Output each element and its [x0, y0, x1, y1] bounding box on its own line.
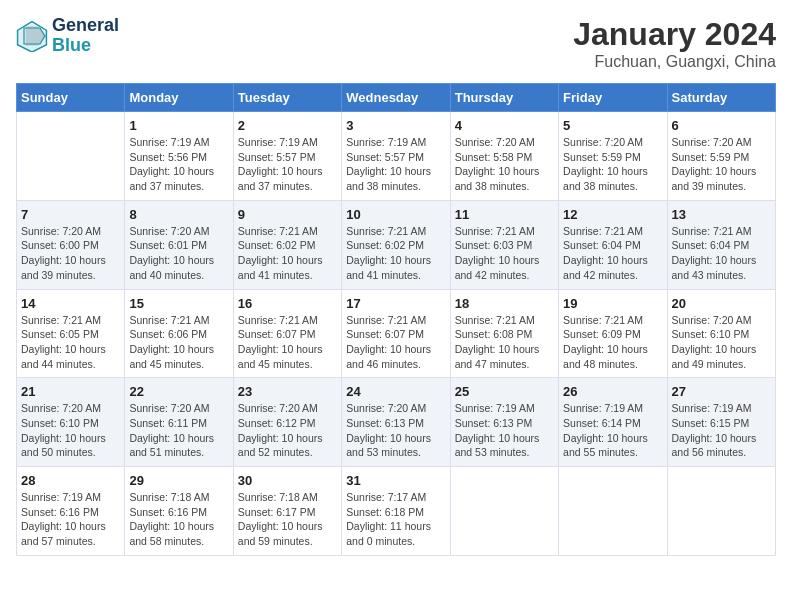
day-number: 14 — [21, 296, 120, 311]
day-info: Sunrise: 7:21 AMSunset: 6:04 PMDaylight:… — [563, 224, 662, 283]
day-number: 7 — [21, 207, 120, 222]
header-thursday: Thursday — [450, 84, 558, 112]
day-info: Sunrise: 7:21 AMSunset: 6:07 PMDaylight:… — [238, 313, 337, 372]
day-info: Sunrise: 7:20 AMSunset: 6:10 PMDaylight:… — [21, 401, 120, 460]
day-number: 22 — [129, 384, 228, 399]
calendar-cell: 21Sunrise: 7:20 AMSunset: 6:10 PMDayligh… — [17, 378, 125, 467]
day-number: 25 — [455, 384, 554, 399]
day-info: Sunrise: 7:21 AMSunset: 6:04 PMDaylight:… — [672, 224, 771, 283]
day-number: 16 — [238, 296, 337, 311]
day-info: Sunrise: 7:20 AMSunset: 6:11 PMDaylight:… — [129, 401, 228, 460]
day-info: Sunrise: 7:20 AMSunset: 5:59 PMDaylight:… — [672, 135, 771, 194]
calendar-cell: 6Sunrise: 7:20 AMSunset: 5:59 PMDaylight… — [667, 112, 775, 201]
calendar-cell — [667, 467, 775, 556]
header-friday: Friday — [559, 84, 667, 112]
day-info: Sunrise: 7:21 AMSunset: 6:09 PMDaylight:… — [563, 313, 662, 372]
calendar-cell: 12Sunrise: 7:21 AMSunset: 6:04 PMDayligh… — [559, 200, 667, 289]
day-info: Sunrise: 7:20 AMSunset: 6:10 PMDaylight:… — [672, 313, 771, 372]
day-info: Sunrise: 7:20 AMSunset: 6:12 PMDaylight:… — [238, 401, 337, 460]
calendar-cell: 2Sunrise: 7:19 AMSunset: 5:57 PMDaylight… — [233, 112, 341, 201]
day-info: Sunrise: 7:19 AMSunset: 6:15 PMDaylight:… — [672, 401, 771, 460]
calendar-cell: 11Sunrise: 7:21 AMSunset: 6:03 PMDayligh… — [450, 200, 558, 289]
calendar-cell: 5Sunrise: 7:20 AMSunset: 5:59 PMDaylight… — [559, 112, 667, 201]
day-number: 6 — [672, 118, 771, 133]
calendar-cell: 27Sunrise: 7:19 AMSunset: 6:15 PMDayligh… — [667, 378, 775, 467]
calendar-cell: 14Sunrise: 7:21 AMSunset: 6:05 PMDayligh… — [17, 289, 125, 378]
calendar-cell: 28Sunrise: 7:19 AMSunset: 6:16 PMDayligh… — [17, 467, 125, 556]
week-row-4: 21Sunrise: 7:20 AMSunset: 6:10 PMDayligh… — [17, 378, 776, 467]
calendar-cell — [450, 467, 558, 556]
day-info: Sunrise: 7:18 AMSunset: 6:16 PMDaylight:… — [129, 490, 228, 549]
day-number: 23 — [238, 384, 337, 399]
day-number: 26 — [563, 384, 662, 399]
calendar-header-row: SundayMondayTuesdayWednesdayThursdayFrid… — [17, 84, 776, 112]
header-saturday: Saturday — [667, 84, 775, 112]
logo-icon — [16, 20, 48, 52]
day-number: 31 — [346, 473, 445, 488]
calendar-cell: 30Sunrise: 7:18 AMSunset: 6:17 PMDayligh… — [233, 467, 341, 556]
calendar-cell: 23Sunrise: 7:20 AMSunset: 6:12 PMDayligh… — [233, 378, 341, 467]
day-info: Sunrise: 7:21 AMSunset: 6:07 PMDaylight:… — [346, 313, 445, 372]
day-number: 10 — [346, 207, 445, 222]
calendar-cell: 15Sunrise: 7:21 AMSunset: 6:06 PMDayligh… — [125, 289, 233, 378]
day-number: 4 — [455, 118, 554, 133]
calendar-cell: 10Sunrise: 7:21 AMSunset: 6:02 PMDayligh… — [342, 200, 450, 289]
day-info: Sunrise: 7:19 AMSunset: 5:56 PMDaylight:… — [129, 135, 228, 194]
day-info: Sunrise: 7:19 AMSunset: 6:14 PMDaylight:… — [563, 401, 662, 460]
calendar-cell: 13Sunrise: 7:21 AMSunset: 6:04 PMDayligh… — [667, 200, 775, 289]
logo-text: General Blue — [52, 16, 119, 56]
calendar-cell: 18Sunrise: 7:21 AMSunset: 6:08 PMDayligh… — [450, 289, 558, 378]
header-sunday: Sunday — [17, 84, 125, 112]
calendar-subtitle: Fuchuan, Guangxi, China — [573, 53, 776, 71]
day-info: Sunrise: 7:21 AMSunset: 6:05 PMDaylight:… — [21, 313, 120, 372]
day-number: 3 — [346, 118, 445, 133]
calendar-cell: 19Sunrise: 7:21 AMSunset: 6:09 PMDayligh… — [559, 289, 667, 378]
calendar-cell: 16Sunrise: 7:21 AMSunset: 6:07 PMDayligh… — [233, 289, 341, 378]
day-info: Sunrise: 7:20 AMSunset: 5:59 PMDaylight:… — [563, 135, 662, 194]
calendar-cell: 24Sunrise: 7:20 AMSunset: 6:13 PMDayligh… — [342, 378, 450, 467]
title-block: January 2024 Fuchuan, Guangxi, China — [573, 16, 776, 71]
calendar-cell: 9Sunrise: 7:21 AMSunset: 6:02 PMDaylight… — [233, 200, 341, 289]
calendar-cell: 3Sunrise: 7:19 AMSunset: 5:57 PMDaylight… — [342, 112, 450, 201]
page-header: General Blue January 2024 Fuchuan, Guang… — [16, 16, 776, 71]
day-number: 28 — [21, 473, 120, 488]
day-info: Sunrise: 7:19 AMSunset: 6:16 PMDaylight:… — [21, 490, 120, 549]
day-info: Sunrise: 7:17 AMSunset: 6:18 PMDaylight:… — [346, 490, 445, 549]
day-number: 21 — [21, 384, 120, 399]
day-number: 18 — [455, 296, 554, 311]
calendar-cell: 17Sunrise: 7:21 AMSunset: 6:07 PMDayligh… — [342, 289, 450, 378]
calendar-cell: 4Sunrise: 7:20 AMSunset: 5:58 PMDaylight… — [450, 112, 558, 201]
day-number: 17 — [346, 296, 445, 311]
calendar-table: SundayMondayTuesdayWednesdayThursdayFrid… — [16, 83, 776, 556]
day-info: Sunrise: 7:21 AMSunset: 6:02 PMDaylight:… — [346, 224, 445, 283]
day-info: Sunrise: 7:20 AMSunset: 6:00 PMDaylight:… — [21, 224, 120, 283]
day-info: Sunrise: 7:20 AMSunset: 6:01 PMDaylight:… — [129, 224, 228, 283]
day-info: Sunrise: 7:19 AMSunset: 5:57 PMDaylight:… — [346, 135, 445, 194]
calendar-cell: 1Sunrise: 7:19 AMSunset: 5:56 PMDaylight… — [125, 112, 233, 201]
day-number: 9 — [238, 207, 337, 222]
calendar-cell — [559, 467, 667, 556]
calendar-cell — [17, 112, 125, 201]
day-info: Sunrise: 7:18 AMSunset: 6:17 PMDaylight:… — [238, 490, 337, 549]
day-number: 20 — [672, 296, 771, 311]
day-info: Sunrise: 7:19 AMSunset: 5:57 PMDaylight:… — [238, 135, 337, 194]
day-number: 5 — [563, 118, 662, 133]
day-number: 24 — [346, 384, 445, 399]
header-wednesday: Wednesday — [342, 84, 450, 112]
day-info: Sunrise: 7:21 AMSunset: 6:02 PMDaylight:… — [238, 224, 337, 283]
day-number: 19 — [563, 296, 662, 311]
calendar-cell: 22Sunrise: 7:20 AMSunset: 6:11 PMDayligh… — [125, 378, 233, 467]
header-monday: Monday — [125, 84, 233, 112]
day-info: Sunrise: 7:21 AMSunset: 6:03 PMDaylight:… — [455, 224, 554, 283]
day-number: 15 — [129, 296, 228, 311]
day-number: 27 — [672, 384, 771, 399]
day-info: Sunrise: 7:20 AMSunset: 6:13 PMDaylight:… — [346, 401, 445, 460]
calendar-cell: 29Sunrise: 7:18 AMSunset: 6:16 PMDayligh… — [125, 467, 233, 556]
day-number: 29 — [129, 473, 228, 488]
calendar-cell: 25Sunrise: 7:19 AMSunset: 6:13 PMDayligh… — [450, 378, 558, 467]
day-info: Sunrise: 7:20 AMSunset: 5:58 PMDaylight:… — [455, 135, 554, 194]
week-row-5: 28Sunrise: 7:19 AMSunset: 6:16 PMDayligh… — [17, 467, 776, 556]
calendar-cell: 20Sunrise: 7:20 AMSunset: 6:10 PMDayligh… — [667, 289, 775, 378]
calendar-cell: 26Sunrise: 7:19 AMSunset: 6:14 PMDayligh… — [559, 378, 667, 467]
logo: General Blue — [16, 16, 119, 56]
